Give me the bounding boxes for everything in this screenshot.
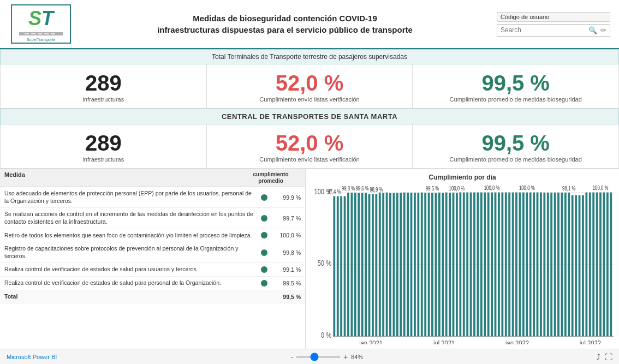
total-banner: Total Terminales de Transporte terrestre…	[0, 49, 619, 64]
bar	[599, 193, 602, 337]
bar	[340, 196, 342, 337]
bar	[410, 193, 413, 336]
central-stat1-label: infraestructuras	[6, 156, 201, 163]
total-label: Total	[4, 293, 261, 301]
search-input[interactable]	[501, 26, 587, 34]
table-row: Realiza control de verificacion de estad…	[0, 277, 305, 290]
row-dot-icon	[261, 194, 267, 201]
central-stat3-label: Cumplimiento promedio de medidas biosegu…	[418, 156, 613, 163]
row-text: Realiza control de verificacion de estad…	[4, 279, 261, 287]
share-icon[interactable]: ⤴	[597, 353, 600, 361]
central-stat2-label: Cumplimiento envío listas verificación	[212, 156, 407, 163]
bar	[337, 196, 339, 337]
bar	[445, 193, 448, 337]
bar	[358, 193, 360, 337]
bar	[515, 193, 517, 337]
logo-s: S	[28, 7, 41, 30]
chart-section: Cumplimiento por día 100 % 50 % 0 % 97,4…	[306, 169, 619, 349]
table-row: Se realizan acciones de control en el in…	[0, 208, 305, 229]
table-row: Uso adecuado de elementos de protección …	[0, 187, 305, 208]
central-stat2-value: 52,0 %	[212, 132, 407, 154]
bar-label: 97,4 %	[328, 189, 341, 195]
bar	[554, 193, 556, 336]
total-stat1-value: 289	[6, 72, 201, 94]
total-stat2-label: Cumplimiento envío listas verificación	[212, 96, 407, 103]
chart-svg: 100 % 50 % 0 % 97,4 %99,8 %99,6 %98,9 %9…	[310, 184, 615, 344]
main-container: S T SuperTransporte Medidas de bioseguri…	[0, 0, 619, 364]
title-area: Medidas de bioseguridad contención COVID…	[76, 13, 493, 35]
svg-text:50 %: 50 %	[318, 259, 332, 268]
table-row: Retiro de todos los elementos que sean f…	[0, 229, 305, 243]
bar	[505, 193, 507, 337]
total-stats-row: 289 infraestructuras 52,0 % Cumplimiento…	[0, 64, 619, 109]
user-code-label: Código de usuario	[497, 12, 610, 22]
bar	[606, 193, 609, 337]
bar	[379, 193, 381, 336]
bar	[557, 193, 560, 336]
row-text: Retiro de todos los elementos que sean f…	[4, 232, 261, 240]
bar	[389, 193, 391, 336]
bar-label: 100,0 %	[519, 185, 535, 191]
bar-label: 99,6 %	[356, 186, 369, 192]
powerbi-brand-link[interactable]: Microsoft Power BI	[7, 354, 57, 360]
search-button[interactable]: 🔍	[587, 26, 598, 34]
bar	[564, 193, 567, 336]
chart-title: Cumplimiento por día	[310, 174, 615, 181]
bar	[533, 193, 535, 337]
row-dot-icon	[261, 249, 267, 256]
central-banner: CENTRAL DE TRANSPORTES DE SANTA MARTA	[0, 109, 619, 124]
total-stat3: 99,5 % Cumplimiento promedio de medidas …	[413, 64, 618, 108]
table-rows: Uso adecuado de elementos de protección …	[0, 187, 305, 349]
logo-t: T	[41, 7, 53, 30]
bar	[400, 193, 402, 336]
zoom-out-button[interactable]: -	[290, 353, 293, 361]
bar	[354, 193, 356, 336]
bar	[372, 194, 374, 337]
svg-text:0 %: 0 %	[321, 331, 332, 340]
zoom-in-button[interactable]: +	[343, 353, 348, 361]
bar-label: 100,0 %	[449, 186, 465, 192]
svg-text:jul 2022: jul 2022	[579, 338, 601, 344]
svg-text:jan 2021: jan 2021	[359, 338, 383, 344]
row-dot-icon	[261, 215, 267, 222]
row-pct: 99,1 %	[271, 266, 301, 273]
row-pct: 99,5 %	[271, 280, 301, 287]
zoom-slider[interactable]	[296, 356, 340, 358]
bar	[575, 195, 577, 337]
bar	[477, 193, 479, 337]
main-title: Medidas de bioseguridad contención COVID…	[87, 13, 483, 35]
bar	[550, 193, 552, 336]
table-row: Registro de capacitaciones sobre protoco…	[0, 242, 305, 263]
bar	[537, 193, 539, 337]
bar	[424, 193, 426, 336]
total-stat3-label: Cumplimiento promedio de medidas biosegu…	[418, 96, 613, 103]
row-dot-icon	[261, 280, 267, 287]
bar	[333, 196, 335, 337]
bar	[480, 193, 483, 337]
bar	[484, 193, 486, 337]
svg-text:jan 2022: jan 2022	[505, 338, 529, 344]
bar	[347, 193, 349, 336]
bar	[522, 193, 525, 337]
bar	[473, 193, 475, 337]
row-pct: 100,0 %	[271, 232, 301, 238]
row-text: Uso adecuado de elementos de protección …	[4, 190, 261, 205]
fullscreen-icon[interactable]: ⛶	[605, 353, 612, 361]
row-text: Se realizan acciones de control en el in…	[4, 211, 261, 225]
bar	[453, 193, 455, 336]
table-section: Medida cumplimientopromedio Uso adecuado…	[0, 169, 306, 349]
bar	[414, 193, 416, 336]
bar	[417, 193, 419, 336]
row-pct: 99,7 %	[271, 215, 301, 222]
bar	[529, 193, 532, 337]
bar	[365, 193, 367, 337]
table-total-row: Total 99,5 %	[0, 290, 305, 304]
bar	[361, 193, 364, 337]
bar	[382, 193, 384, 337]
header: S T SuperTransporte Medidas de bioseguri…	[0, 0, 619, 49]
bar	[435, 193, 437, 336]
bar	[596, 193, 598, 337]
bar-label: 100,0 %	[484, 185, 500, 191]
bar	[438, 193, 441, 336]
central-stat3: 99,5 % Cumplimiento promedio de medidas …	[413, 124, 618, 168]
